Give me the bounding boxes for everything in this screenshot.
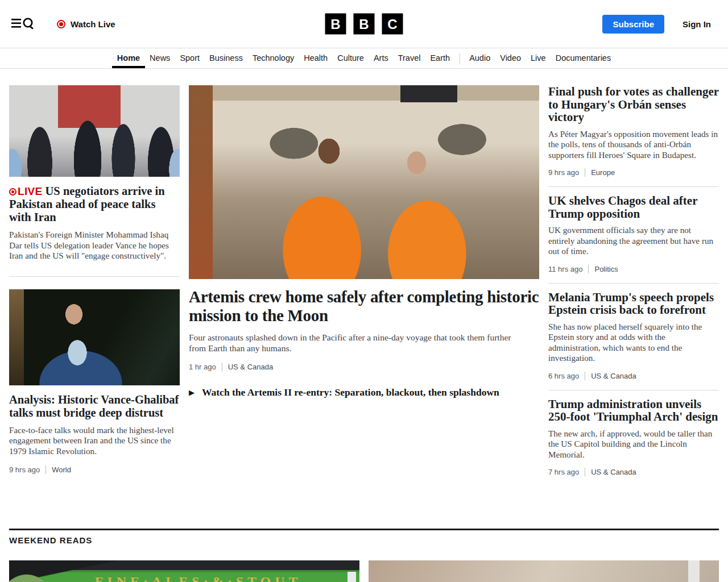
nav-item-culture[interactable]: Culture bbox=[333, 48, 369, 68]
category-link[interactable]: World bbox=[52, 465, 71, 474]
live-dot-icon bbox=[9, 188, 16, 196]
weekend-image-street[interactable] bbox=[369, 560, 719, 582]
timestamp: 9 hrs ago bbox=[9, 465, 40, 474]
right-column: Final push for votes as challenger to Hu… bbox=[548, 85, 719, 493]
story-vance-ghalibaf: Analysis: Historic Vance-Ghalibaf talks … bbox=[9, 289, 180, 475]
live-badge: LIVE bbox=[9, 185, 42, 197]
story-chagos-deal: UK shelves Chagos deal after Trump oppos… bbox=[548, 194, 719, 284]
section-rule bbox=[9, 529, 719, 530]
story-image-officials[interactable] bbox=[9, 85, 180, 177]
nav-item-documentaries[interactable]: Documentaries bbox=[551, 48, 616, 68]
watch-live-label: Watch Live bbox=[71, 19, 115, 29]
top-stories-grid: LIVE US negotiators arrive in Pakistan a… bbox=[9, 85, 719, 493]
nav-item-news[interactable]: News bbox=[145, 48, 175, 68]
sign-in-link[interactable]: Sign In bbox=[682, 19, 719, 29]
story-meta: 11 hrs ago Politics bbox=[548, 265, 719, 273]
header-actions: Subscribe Sign In bbox=[602, 15, 719, 34]
meta-divider bbox=[585, 168, 585, 177]
menu-search-button[interactable] bbox=[9, 14, 36, 34]
logo-letter: B bbox=[325, 14, 346, 35]
pub-sign-text: FINE·ALES·&·STOUT bbox=[95, 574, 302, 582]
timestamp: 9 hrs ago bbox=[548, 168, 579, 177]
story-headline[interactable]: Melania Trump's speech propels Epstein c… bbox=[548, 291, 719, 317]
story-image-speaker[interactable] bbox=[9, 289, 180, 385]
timestamp: 11 hrs ago bbox=[548, 265, 582, 273]
timestamp: 7 hrs ago bbox=[548, 468, 579, 476]
story-summary: The new arch, if approved, would be tall… bbox=[548, 429, 719, 460]
category-link[interactable]: Politics bbox=[594, 265, 618, 273]
story-artemis: Artemis crew home safely after completin… bbox=[189, 85, 539, 398]
site-header: Watch Live B B C Subscribe Sign In bbox=[0, 0, 728, 48]
story-summary: Four astronauts splashed down in the Pac… bbox=[189, 332, 516, 354]
story-headline[interactable]: Analysis: Historic Vance-Ghalibaf talks … bbox=[9, 393, 180, 419]
meta-divider bbox=[222, 363, 222, 371]
primary-nav: Home News Sport Business Technology Heal… bbox=[0, 48, 728, 69]
story-summary: Face-to-face talks would mark the highes… bbox=[9, 425, 180, 457]
nav-item-arts[interactable]: Arts bbox=[369, 48, 393, 68]
video-link-label: Watch the Artemis II re-entry: Separatio… bbox=[202, 386, 499, 398]
category-link[interactable]: US & Canada bbox=[591, 468, 636, 476]
story-image-astronauts[interactable] bbox=[189, 85, 539, 279]
story-summary: As Péter Magyar's opposition movement le… bbox=[548, 129, 719, 161]
weekend-reads-section: WEEKEND READS FINE·ALES·&·STOUT bbox=[9, 529, 719, 582]
story-meta: 9 hrs ago Europe bbox=[548, 168, 719, 177]
weekend-image-pub[interactable]: FINE·ALES·&·STOUT bbox=[9, 560, 359, 582]
timestamp: 6 hrs ago bbox=[548, 372, 579, 380]
live-dot-icon bbox=[57, 20, 65, 28]
nav-item-earth[interactable]: Earth bbox=[425, 48, 455, 68]
meta-divider bbox=[46, 465, 46, 474]
story-headline[interactable]: LIVE US negotiators arrive in Pakistan a… bbox=[9, 185, 180, 224]
nav-item-audio[interactable]: Audio bbox=[465, 48, 495, 68]
meta-divider bbox=[585, 372, 585, 380]
story-meta: 7 hrs ago US & Canada bbox=[548, 468, 719, 476]
timestamp: 1 hr ago bbox=[189, 363, 216, 371]
story-meta: 1 hr ago US & Canada bbox=[189, 363, 539, 371]
left-column: LIVE US negotiators arrive in Pakistan a… bbox=[9, 85, 180, 474]
watch-live-link[interactable]: Watch Live bbox=[57, 19, 115, 29]
main-headline[interactable]: Artemis crew home safely after completin… bbox=[189, 288, 539, 325]
story-hungary-orban: Final push for votes as challenger to Hu… bbox=[548, 85, 719, 187]
story-triumphal-arch: Trump administration unveils 250-foot 'T… bbox=[548, 398, 719, 487]
nav-item-home[interactable]: Home bbox=[112, 48, 144, 68]
logo-letter: B bbox=[354, 14, 375, 35]
category-link[interactable]: Europe bbox=[591, 168, 615, 177]
video-link-artemis-reentry[interactable]: ▶ Watch the Artemis II re-entry: Separat… bbox=[189, 386, 539, 398]
play-icon: ▶ bbox=[189, 389, 195, 396]
story-summary: She has now placed herself squarely into… bbox=[548, 322, 719, 364]
section-heading: WEEKEND READS bbox=[9, 535, 719, 545]
story-headline[interactable]: Trump administration unveils 250-foot 'T… bbox=[548, 398, 719, 423]
nav-item-sport[interactable]: Sport bbox=[175, 48, 205, 68]
story-summary: UK government officials say they are not… bbox=[548, 225, 719, 257]
nav-item-travel[interactable]: Travel bbox=[393, 48, 425, 68]
story-melania-epstein: Melania Trump's speech propels Epstein c… bbox=[548, 291, 719, 390]
meta-divider bbox=[588, 265, 589, 273]
story-headline[interactable]: UK shelves Chagos deal after Trump oppos… bbox=[548, 194, 719, 220]
bbc-logo[interactable]: B B C bbox=[325, 14, 403, 35]
story-pakistan-live: LIVE US negotiators arrive in Pakistan a… bbox=[9, 85, 180, 261]
nav-item-technology[interactable]: Technology bbox=[247, 48, 299, 68]
nav-item-video[interactable]: Video bbox=[495, 48, 526, 68]
meta-divider bbox=[585, 468, 585, 476]
story-summary: Pakistan's Foreign Minister Mohammad Ish… bbox=[9, 230, 180, 261]
main-column: Artemis crew home safely after completin… bbox=[189, 85, 539, 398]
nav-item-live[interactable]: Live bbox=[526, 48, 551, 68]
category-link[interactable]: US & Canada bbox=[591, 372, 636, 380]
nav-item-health[interactable]: Health bbox=[299, 48, 333, 68]
story-meta: 6 hrs ago US & Canada bbox=[548, 372, 719, 380]
logo-letter: C bbox=[382, 14, 403, 35]
story-meta: 9 hrs ago World bbox=[9, 465, 180, 474]
story-headline[interactable]: Final push for votes as challenger to Hu… bbox=[548, 85, 719, 124]
weekend-reads-grid: FINE·ALES·&·STOUT bbox=[9, 560, 719, 582]
category-link[interactable]: US & Canada bbox=[228, 363, 274, 371]
menu-search-icon bbox=[10, 16, 35, 32]
nav-divider bbox=[460, 53, 460, 64]
nav-item-business[interactable]: Business bbox=[205, 48, 248, 68]
subscribe-button[interactable]: Subscribe bbox=[602, 15, 664, 34]
divider bbox=[9, 276, 180, 277]
